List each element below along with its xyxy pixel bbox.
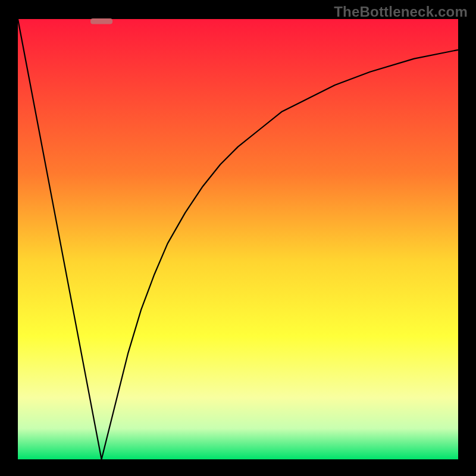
- optimum-marker: [90, 18, 112, 24]
- chart-svg: [0, 0, 476, 476]
- plot-background: [18, 19, 458, 459]
- watermark-text: TheBottleneck.com: [334, 4, 468, 20]
- chart-frame: TheBottleneck.com: [0, 0, 476, 476]
